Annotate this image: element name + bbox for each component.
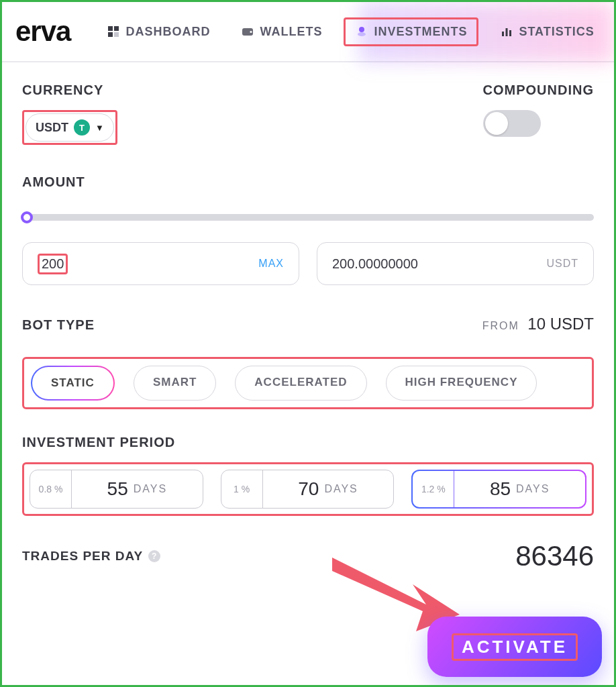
bot-options-highlight: STATIC SMART ACCELERATED HIGH FREQUENCY <box>22 357 594 409</box>
period-options-highlight: 0.8 % 55 DAYS 1 % 70 DAYS 1.2 % 85 DAYS <box>22 462 594 516</box>
trades-label-text: TRADES PER DAY <box>22 549 143 564</box>
max-button[interactable]: MAX <box>258 258 284 270</box>
toggle-knob <box>485 112 508 135</box>
svg-rect-9 <box>506 28 508 36</box>
nav-wallets[interactable]: WALLETS <box>232 19 331 44</box>
currency-highlight: USDT T ▼ <box>22 110 117 145</box>
svg-rect-10 <box>509 30 511 36</box>
svg-point-6 <box>359 27 364 32</box>
compounding-label: COMPOUNDING <box>483 83 594 98</box>
bot-options: STATIC SMART ACCELERATED HIGH FREQUENCY <box>31 366 585 401</box>
period-days-unit: DAYS <box>134 483 167 495</box>
nav-investments[interactable]: INVESTMENTS <box>344 17 478 46</box>
svg-rect-8 <box>502 32 504 36</box>
bot-type-label: BOT TYPE <box>22 317 95 333</box>
amount-input[interactable]: 200 MAX <box>22 242 299 285</box>
svg-point-5 <box>250 31 252 33</box>
nav-statistics[interactable]: STATISTICS <box>491 19 603 44</box>
nav-links: DASHBOARD WALLETS INVESTMENTS STATISTICS <box>97 17 603 46</box>
amount-value: 200 <box>42 256 64 271</box>
logo: erva <box>15 15 70 48</box>
period-option-85[interactable]: 1.2 % 85 DAYS <box>411 470 586 509</box>
from-value: 10 USDT <box>527 315 594 333</box>
svg-point-7 <box>358 32 366 36</box>
trades-section: TRADES PER DAY ? 86346 <box>22 540 594 572</box>
currency-label: CURRENCY <box>22 83 117 98</box>
amount-slider[interactable] <box>22 214 594 221</box>
currency-select[interactable]: USDT T ▼ <box>25 113 114 142</box>
period-days-unit: DAYS <box>324 483 358 495</box>
amount-display: 200.00000000 USDT <box>317 242 594 285</box>
chevron-down-icon: ▼ <box>95 123 104 133</box>
wallet-icon <box>241 25 254 38</box>
svg-rect-1 <box>114 26 119 31</box>
usdt-icon: T <box>74 119 90 136</box>
bot-option-high-frequency[interactable]: HIGH FREQUENCY <box>386 366 537 401</box>
svg-rect-2 <box>108 32 113 37</box>
nav-dashboard[interactable]: DASHBOARD <box>97 19 219 44</box>
period-pct: 0.8 % <box>30 470 72 508</box>
svg-rect-0 <box>108 26 113 31</box>
activate-label: ACTIVATE <box>462 637 568 657</box>
bot-option-smart[interactable]: SMART <box>134 366 216 401</box>
bot-type-section: BOT TYPE FROM 10 USDT STATIC SMART ACCEL… <box>22 315 594 409</box>
main-content: CURRENCY USDT T ▼ COMPOUNDING AMOUNT <box>2 62 614 572</box>
slider-thumb[interactable] <box>21 211 33 223</box>
currency-section: CURRENCY USDT T ▼ <box>22 83 117 145</box>
compounding-toggle[interactable] <box>483 110 541 137</box>
period-pct: 1.2 % <box>413 471 454 507</box>
investments-icon <box>355 25 368 38</box>
period-days-value: 85 <box>490 478 511 500</box>
trades-per-day-label: TRADES PER DAY ? <box>22 549 160 564</box>
amount-section: AMOUNT 200 MAX 200.00000000 USDT <box>22 174 594 285</box>
nav-label: WALLETS <box>260 25 322 39</box>
amount-label: AMOUNT <box>22 174 594 190</box>
period-days-value: 55 <box>107 478 128 500</box>
bot-option-accelerated[interactable]: ACCELERATED <box>235 366 366 401</box>
period-option-55[interactable]: 0.8 % 55 DAYS <box>30 470 203 509</box>
help-icon[interactable]: ? <box>148 550 160 562</box>
dashboard-icon <box>107 25 120 38</box>
period-days-value: 70 <box>298 478 319 500</box>
period-pct: 1 % <box>221 470 263 508</box>
svg-rect-3 <box>114 32 119 37</box>
amount-display-suffix: USDT <box>546 258 578 270</box>
bot-from: FROM 10 USDT <box>482 315 594 333</box>
compounding-section: COMPOUNDING <box>483 83 594 137</box>
period-days-unit: DAYS <box>516 483 550 495</box>
nav-label: INVESTMENTS <box>374 25 467 39</box>
amount-display-value: 200.00000000 <box>332 256 418 272</box>
period-option-70[interactable]: 1 % 70 DAYS <box>221 470 395 509</box>
trades-per-day-value: 86346 <box>515 540 594 572</box>
nav-label: DASHBOARD <box>125 25 210 39</box>
currency-value: USDT <box>36 121 68 135</box>
activate-button[interactable]: ACTIVATE <box>427 617 602 677</box>
bot-option-static[interactable]: STATIC <box>31 366 115 401</box>
period-label: INVESTMENT PERIOD <box>22 435 594 450</box>
nav-label: STATISTICS <box>519 25 594 39</box>
from-label: FROM <box>482 320 519 331</box>
amount-value-highlight: 200 <box>38 254 68 274</box>
top-nav: erva DASHBOARD WALLETS INVESTMENTS STATI… <box>2 2 614 62</box>
statistics-icon <box>500 25 513 38</box>
investment-period-section: INVESTMENT PERIOD 0.8 % 55 DAYS 1 % 70 D… <box>22 435 594 516</box>
activate-label-highlight: ACTIVATE <box>452 633 578 661</box>
